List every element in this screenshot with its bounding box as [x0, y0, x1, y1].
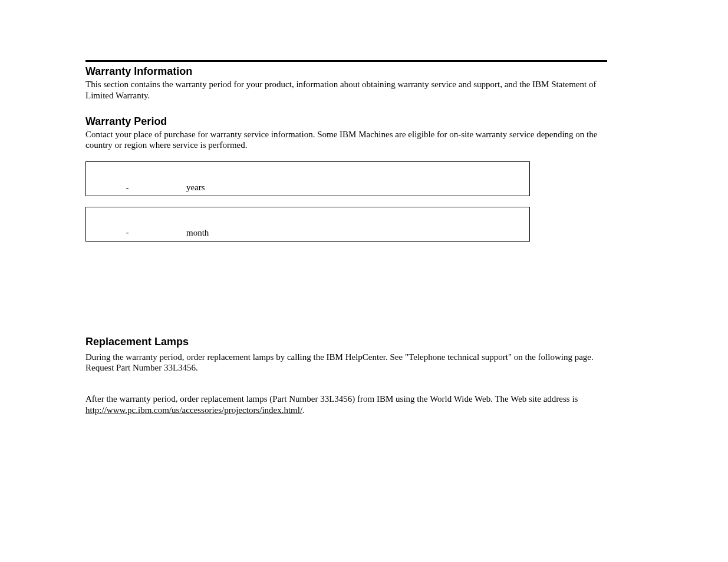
table-cell-label: month	[169, 207, 209, 241]
document-page: Warranty Information This section contai…	[0, 0, 728, 416]
replacement-lamps-heading: Replacement Lamps	[85, 336, 607, 348]
replacement-lamps-para2: After the warranty period, order replace…	[85, 394, 607, 416]
warranty-table-years: - years	[85, 161, 530, 196]
table-row: - month	[86, 207, 529, 241]
warranty-information-body: This section contains the warranty perio…	[85, 79, 607, 101]
table-row: - years	[86, 162, 529, 196]
para2-post-text: .	[302, 405, 305, 415]
replacement-lamps-section: Replacement Lamps During the warranty pe…	[85, 336, 607, 416]
warranty-table-month: - month	[85, 207, 530, 242]
web-link[interactable]: http://www.pc.ibm.com/us/accessories/pro…	[85, 405, 302, 415]
table-cell-dash: -	[86, 207, 169, 240]
warranty-information-heading: Warranty Information	[85, 65, 607, 78]
replacement-lamps-para1: During the warranty period, order replac…	[85, 352, 607, 374]
table-cell-dash: -	[86, 163, 169, 196]
table-cell-label: years	[169, 162, 205, 196]
para2-pre-text: After the warranty period, order replace…	[85, 394, 578, 404]
warranty-period-heading: Warranty Period	[85, 115, 607, 128]
top-horizontal-rule	[85, 60, 607, 62]
warranty-period-body: Contact your place of purchase for warra…	[85, 129, 607, 151]
